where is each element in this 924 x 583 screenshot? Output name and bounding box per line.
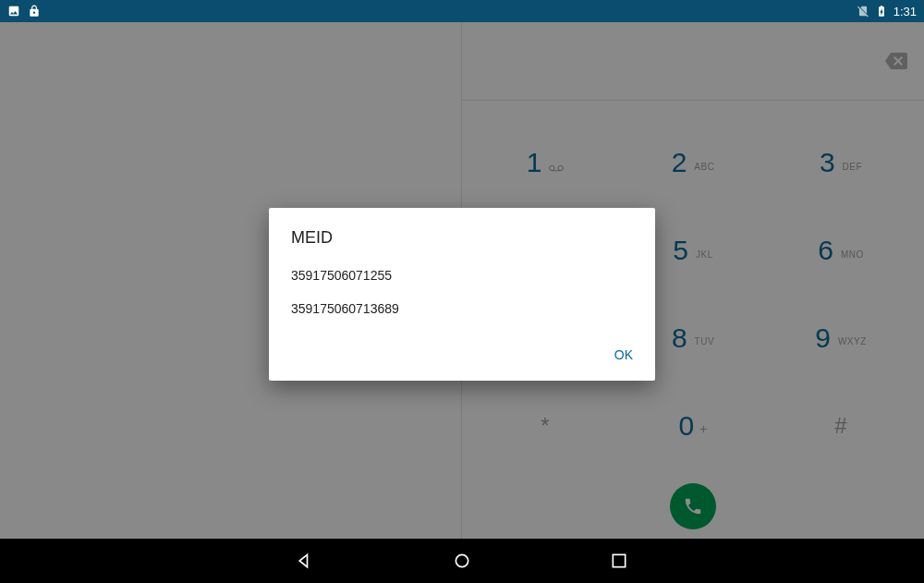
screenshot-icon — [7, 5, 20, 18]
home-icon[interactable] — [453, 552, 471, 570]
lock-icon — [28, 5, 41, 18]
battery-charging-icon — [875, 5, 888, 18]
status-bar: 1:31 — [0, 0, 924, 22]
meid-line-1: 35917506071255 — [291, 259, 633, 292]
navigation-bar — [0, 539, 924, 583]
no-sim-icon — [857, 5, 869, 18]
meid-dialog: MEID 35917506071255 359175060713689 OK — [269, 208, 655, 381]
svg-rect-4 — [613, 554, 625, 566]
status-right-icons: 1:31 — [857, 5, 917, 18]
recents-icon[interactable] — [610, 552, 628, 570]
svg-point-3 — [456, 554, 468, 566]
status-left-icons — [7, 5, 41, 18]
back-icon[interactable] — [296, 552, 314, 570]
ok-button[interactable]: OK — [605, 342, 642, 368]
dialog-title: MEID — [269, 208, 655, 259]
dialog-body: 35917506071255 359175060713689 — [269, 259, 655, 333]
clock-time: 1:31 — [894, 5, 917, 18]
dialog-actions: OK — [269, 333, 655, 381]
meid-line-2: 359175060713689 — [291, 292, 633, 325]
